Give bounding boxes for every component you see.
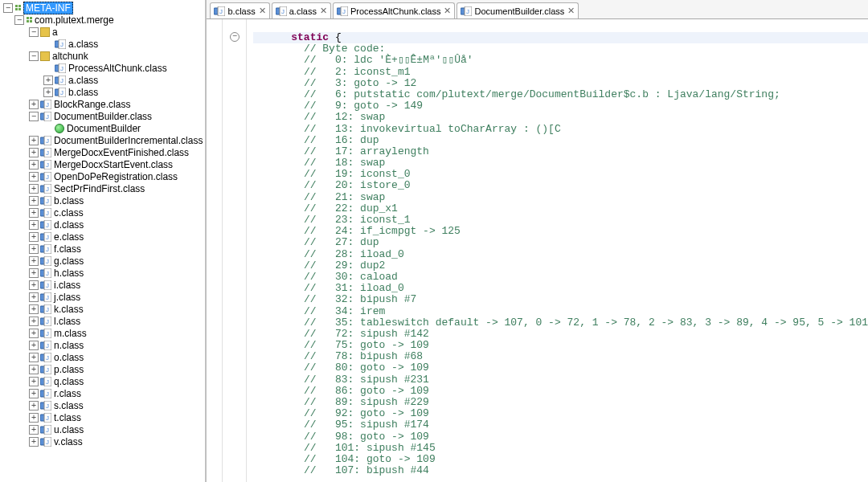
tree-item[interactable]: +Ju.class xyxy=(3,423,205,435)
tree-item[interactable]: +Jb.class xyxy=(3,194,205,206)
expand-icon[interactable]: + xyxy=(29,148,39,157)
tree-label[interactable]: META-INF xyxy=(23,2,73,14)
tree-label[interactable]: b.class xyxy=(68,87,98,98)
tree-item[interactable]: +Jm.class xyxy=(3,327,205,339)
tree-package[interactable]: − com.plutext.merge xyxy=(3,14,205,26)
collapse-icon[interactable]: − xyxy=(14,15,24,25)
tree-label[interactable]: s.class xyxy=(54,400,84,411)
code-line[interactable]: // 83: sipush #231 xyxy=(253,374,868,386)
expand-icon[interactable]: + xyxy=(29,425,39,435)
expand-icon[interactable]: + xyxy=(29,317,39,326)
expand-icon[interactable]: + xyxy=(29,220,39,230)
tree-label[interactable]: u.class xyxy=(54,424,84,435)
tree-item[interactable]: Ja.class xyxy=(3,38,205,50)
tree-label[interactable]: DocumentBuilder.class xyxy=(54,111,152,122)
code-line[interactable]: // 98: goto -> 109 xyxy=(253,431,868,443)
expand-icon[interactable]: + xyxy=(29,377,39,386)
tree-label[interactable]: j.class xyxy=(54,292,80,303)
tree-label[interactable]: f.class xyxy=(54,243,81,255)
tree-label[interactable]: MergeDocxEventFinished.class xyxy=(54,147,189,158)
tree-label[interactable]: a.class xyxy=(68,75,98,86)
expand-icon[interactable]: + xyxy=(29,280,39,290)
editor-tab[interactable]: Ja.class✕ xyxy=(272,2,331,18)
expand-icon[interactable]: + xyxy=(29,268,39,278)
code-line[interactable]: // 30: caload xyxy=(253,272,868,283)
tree-label[interactable]: g.class xyxy=(54,255,84,267)
code-line[interactable]: // 2: iconst_m1 xyxy=(253,67,868,78)
expand-icon[interactable]: + xyxy=(29,208,39,218)
tree-item[interactable]: +Ji.class xyxy=(3,279,205,291)
tree-label[interactable]: OpenDoPeRegistration.class xyxy=(54,171,178,182)
code-line[interactable]: // 75: goto -> 109 xyxy=(253,340,868,351)
collapse-icon[interactable]: − xyxy=(29,112,39,121)
tree-label[interactable]: q.class xyxy=(54,376,84,387)
tree-label[interactable]: t.class xyxy=(54,412,81,423)
tree-label[interactable]: ProcessAltChunk.class xyxy=(68,63,167,74)
fold-toggle-icon[interactable]: − xyxy=(230,32,240,42)
tree-item[interactable]: +JDocumentBuilderIncremental.class xyxy=(3,134,205,146)
code-line[interactable]: // 18: swap xyxy=(253,157,868,169)
code-line[interactable]: // 28: iload_0 xyxy=(253,249,868,260)
code-line[interactable]: // 13: invokevirtual toCharArray : ()[C xyxy=(253,124,868,135)
code-line[interactable]: // 35: tableswitch default -> 107, 0 -> … xyxy=(253,317,868,329)
tree-item[interactable]: +Js.class xyxy=(3,399,205,411)
tree-item[interactable]: −altchunk xyxy=(3,50,205,62)
expand-icon[interactable]: + xyxy=(29,341,39,350)
code-editor[interactable]: − static { // Byte code: // 0: ldc 'È+▯▯… xyxy=(207,19,868,482)
tree-label[interactable]: MergeDocxStartEvent.class xyxy=(54,159,173,170)
tree-item[interactable]: −a xyxy=(3,26,205,38)
tree-item[interactable]: +Jq.class xyxy=(3,375,205,387)
tree-label[interactable]: i.class xyxy=(54,280,80,291)
tree-item[interactable]: +Je.class xyxy=(3,231,205,243)
expand-icon[interactable]: + xyxy=(29,413,39,423)
code-line[interactable]: // 95: sipush #174 xyxy=(253,419,868,431)
code-line[interactable]: // 104: goto -> 109 xyxy=(253,454,868,465)
code-line[interactable]: // 12: swap xyxy=(253,112,868,123)
code-line[interactable]: // 89: sipush #229 xyxy=(253,397,868,408)
collapse-icon[interactable]: − xyxy=(29,51,39,61)
close-icon[interactable]: ✕ xyxy=(444,6,451,16)
tree-label[interactable]: altchunk xyxy=(52,51,88,62)
expand-icon[interactable]: + xyxy=(29,184,39,194)
expand-icon[interactable]: + xyxy=(29,329,39,338)
code-line[interactable]: // 92: goto -> 109 xyxy=(253,408,868,419)
expand-icon[interactable]: + xyxy=(43,88,53,97)
tree-item[interactable]: +Jb.class xyxy=(3,86,205,98)
expand-icon[interactable]: + xyxy=(29,292,39,302)
close-icon[interactable]: ✕ xyxy=(259,6,266,16)
expand-icon[interactable]: + xyxy=(29,244,39,254)
tree-item[interactable]: +Jo.class xyxy=(3,351,205,363)
expand-icon[interactable]: + xyxy=(29,136,39,145)
code-line[interactable]: // 29: dup2 xyxy=(253,260,868,272)
tree-root[interactable]: − META-INF xyxy=(3,2,205,14)
tree-item[interactable]: +Jh.class xyxy=(3,267,205,279)
code-line[interactable]: // 22: dup_x1 xyxy=(253,203,868,214)
tree-label[interactable]: SectPrFindFirst.class xyxy=(54,183,145,194)
code-line[interactable]: // 21: swap xyxy=(253,192,868,203)
code-line[interactable]: // 17: arraylength xyxy=(253,146,868,157)
tree-item[interactable]: +Jr.class xyxy=(3,387,205,399)
editor-tab[interactable]: JProcessAltChunk.class✕ xyxy=(333,2,456,18)
tree-item[interactable]: +Jl.class xyxy=(3,315,205,327)
tree-label[interactable]: o.class xyxy=(54,352,84,363)
tree-item[interactable]: +Jd.class xyxy=(3,219,205,231)
code-line[interactable]: // 107: bipush #44 xyxy=(253,465,868,476)
expand-icon[interactable]: + xyxy=(29,256,39,266)
close-icon[interactable]: ✕ xyxy=(320,6,327,16)
tree-item[interactable]: +Jv.class xyxy=(3,435,205,447)
code-line[interactable]: // 6: putstatic com/plutext/merge/Docume… xyxy=(253,89,868,100)
code-line[interactable]: // 20: istore_0 xyxy=(253,180,868,191)
tree-label[interactable]: DocumentBuilder xyxy=(67,123,141,134)
tree-label[interactable]: e.class xyxy=(54,231,84,243)
tree-label[interactable]: r.class xyxy=(54,388,81,399)
code-line[interactable]: // Byte code: xyxy=(253,43,868,55)
code-line[interactable]: // 0: ldc 'È+▯▯Ê±Mª'▯▯Ûå' xyxy=(253,55,868,66)
code-line[interactable]: // 72: sipush #142 xyxy=(253,329,868,340)
tree-item[interactable]: +Jf.class xyxy=(3,243,205,255)
tree-label[interactable]: BlockRange.class xyxy=(54,99,130,110)
tree-item[interactable]: +Jp.class xyxy=(3,363,205,375)
tree-item[interactable]: +Jg.class xyxy=(3,255,205,267)
tree-label[interactable]: a.class xyxy=(68,39,98,50)
tree-label[interactable]: b.class xyxy=(54,195,84,206)
tree-item[interactable]: +JSectPrFindFirst.class xyxy=(3,182,205,194)
